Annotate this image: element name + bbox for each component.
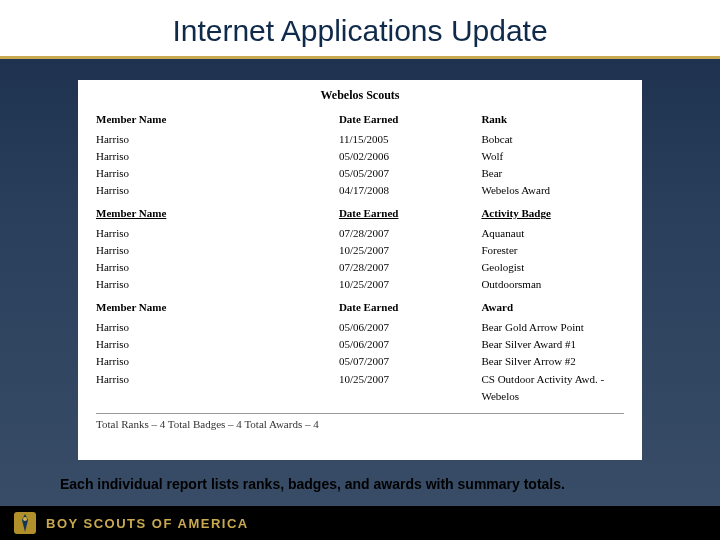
header-date-earned: Date Earned xyxy=(339,207,482,219)
footer: BOY SCOUTS OF AMERICA xyxy=(0,506,720,540)
section-rows: Harriso 05/06/2007 Bear Gold Arrow Point… xyxy=(96,319,624,404)
cell-value: CS Outdoor Activity Awd. - Webelos xyxy=(481,371,624,405)
table-row: Harriso 10/25/2007 Outdoorsman xyxy=(96,276,624,293)
report-section-ranks: Member Name Date Earned Rank Harriso 11/… xyxy=(96,113,624,199)
table-row: Harriso 11/15/2005 Bobcat xyxy=(96,131,624,148)
footer-brand-text: BOY SCOUTS OF AMERICA xyxy=(46,516,249,531)
header-member-name: Member Name xyxy=(96,301,339,313)
header-date-earned: Date Earned xyxy=(339,301,482,313)
cell-member: Harriso xyxy=(96,225,339,242)
section-header-row: Member Name Date Earned Activity Badge xyxy=(96,207,624,219)
cell-date: 10/25/2007 xyxy=(339,242,482,259)
section-rows: Harriso 11/15/2005 Bobcat Harriso 05/02/… xyxy=(96,131,624,199)
table-row: Harriso 07/28/2007 Geologist xyxy=(96,259,624,276)
table-row: Harriso 05/06/2007 Bear Gold Arrow Point xyxy=(96,319,624,336)
cell-value: Bobcat xyxy=(481,131,624,148)
table-row: Harriso 05/07/2007 Bear Silver Arrow #2 xyxy=(96,353,624,370)
cell-date: 07/28/2007 xyxy=(339,259,482,276)
page-title: Internet Applications Update xyxy=(0,14,720,48)
slide: Internet Applications Update Webelos Sco… xyxy=(0,0,720,540)
table-row: Harriso 05/02/2006 Wolf xyxy=(96,148,624,165)
cell-date: 10/25/2007 xyxy=(339,276,482,293)
table-row: Harriso 05/06/2007 Bear Silver Award #1 xyxy=(96,336,624,353)
report-section-badges: Member Name Date Earned Activity Badge H… xyxy=(96,207,624,293)
section-rows: Harriso 07/28/2007 Aquanaut Harriso 10/2… xyxy=(96,225,624,293)
report-panel-title: Webelos Scouts xyxy=(96,88,624,103)
cell-date: 04/17/2008 xyxy=(339,182,482,199)
totals-line: Total Ranks – 4 Total Badges – 4 Total A… xyxy=(96,413,624,430)
cell-member: Harriso xyxy=(96,165,339,182)
cell-date: 10/25/2007 xyxy=(339,371,482,405)
cell-member: Harriso xyxy=(96,319,339,336)
cell-value: Webelos Award xyxy=(481,182,624,199)
slide-caption: Each individual report lists ranks, badg… xyxy=(60,476,660,492)
title-bar: Internet Applications Update xyxy=(0,0,720,59)
cell-member: Harriso xyxy=(96,336,339,353)
table-row: Harriso 10/25/2007 Forester xyxy=(96,242,624,259)
header-member-name: Member Name xyxy=(96,113,339,125)
cell-value: Aquanaut xyxy=(481,225,624,242)
header-activity-badge: Activity Badge xyxy=(481,207,624,219)
cell-date: 07/28/2007 xyxy=(339,225,482,242)
cell-date: 05/06/2007 xyxy=(339,319,482,336)
report-section-awards: Member Name Date Earned Award Harriso 05… xyxy=(96,301,624,404)
cell-member: Harriso xyxy=(96,371,339,405)
table-row: Harriso 05/05/2007 Bear xyxy=(96,165,624,182)
section-header-row: Member Name Date Earned Award xyxy=(96,301,624,313)
svg-point-0 xyxy=(23,517,27,521)
cell-member: Harriso xyxy=(96,131,339,148)
cell-value: Bear Gold Arrow Point xyxy=(481,319,624,336)
cell-member: Harriso xyxy=(96,148,339,165)
cell-value: Bear Silver Award #1 xyxy=(481,336,624,353)
table-row: Harriso 10/25/2007 CS Outdoor Activity A… xyxy=(96,371,624,405)
cell-member: Harriso xyxy=(96,276,339,293)
cell-value: Bear Silver Arrow #2 xyxy=(481,353,624,370)
cell-date: 05/06/2007 xyxy=(339,336,482,353)
cell-value: Forester xyxy=(481,242,624,259)
section-header-row: Member Name Date Earned Rank xyxy=(96,113,624,125)
cell-value: Wolf xyxy=(481,148,624,165)
cell-date: 11/15/2005 xyxy=(339,131,482,148)
cell-value: Geologist xyxy=(481,259,624,276)
table-row: Harriso 07/28/2007 Aquanaut xyxy=(96,225,624,242)
cell-member: Harriso xyxy=(96,242,339,259)
header-member-name: Member Name xyxy=(96,207,339,219)
cell-member: Harriso xyxy=(96,353,339,370)
header-award: Award xyxy=(481,301,624,313)
header-date-earned: Date Earned xyxy=(339,113,482,125)
cell-date: 05/05/2007 xyxy=(339,165,482,182)
bsa-logo-icon xyxy=(14,512,36,534)
cell-date: 05/07/2007 xyxy=(339,353,482,370)
cell-member: Harriso xyxy=(96,259,339,276)
table-row: Harriso 04/17/2008 Webelos Award xyxy=(96,182,624,199)
cell-value: Outdoorsman xyxy=(481,276,624,293)
cell-member: Harriso xyxy=(96,182,339,199)
header-rank: Rank xyxy=(481,113,624,125)
cell-value: Bear xyxy=(481,165,624,182)
report-panel: Webelos Scouts Member Name Date Earned R… xyxy=(78,80,642,460)
cell-date: 05/02/2006 xyxy=(339,148,482,165)
